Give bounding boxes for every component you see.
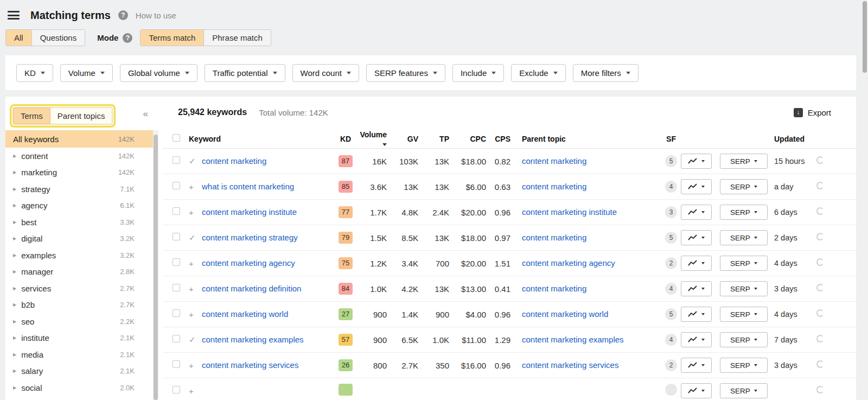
expand-icon[interactable]: ▶	[13, 220, 16, 225]
keyword-link[interactable]: content marketing institute	[202, 207, 297, 217]
col-volume[interactable]: Volume	[356, 130, 387, 148]
parent-topic-link[interactable]: content marketing services	[522, 360, 618, 370]
refresh-icon[interactable]	[816, 386, 824, 393]
add-plus-icon[interactable]: +	[189, 208, 202, 217]
add-plus-icon[interactable]: +	[189, 361, 202, 370]
expand-icon[interactable]: ▶	[13, 154, 16, 158]
parent-topic-link[interactable]: content marketing institute	[522, 207, 617, 217]
row-checkbox[interactable]	[173, 182, 180, 189]
add-plus-icon[interactable]: +	[189, 182, 202, 192]
row-checkbox[interactable]	[173, 335, 180, 342]
sidebar-item-content[interactable]: ▶content142K	[5, 148, 153, 164]
expand-icon[interactable]: ▶	[13, 203, 16, 208]
position-history-button[interactable]	[681, 307, 712, 322]
expand-icon[interactable]: ▶	[13, 335, 16, 340]
sidebar-item-media[interactable]: ▶media2.1K	[5, 346, 153, 363]
sidebar-scrollbar[interactable]	[153, 130, 158, 400]
position-history-button[interactable]	[681, 332, 712, 347]
help-icon[interactable]: ?	[118, 10, 128, 20]
filter-exclude[interactable]: Exclude	[511, 64, 565, 82]
keyword-link[interactable]: content marketing services	[202, 360, 298, 370]
sidebar-item-seo[interactable]: ▶seo2.2K	[5, 313, 153, 330]
refresh-icon[interactable]	[816, 335, 824, 342]
serp-button[interactable]: SERP	[720, 358, 768, 373]
sidebar-item-all-keywords[interactable]: All keywords 142K	[5, 130, 153, 148]
parent-topic-link[interactable]: content marketing examples	[522, 335, 624, 344]
position-history-button[interactable]	[681, 383, 712, 398]
serp-button[interactable]: SERP	[720, 332, 768, 347]
refresh-icon[interactable]	[816, 309, 824, 317]
sidebar-item-digital[interactable]: ▶digital3.2K	[5, 231, 153, 247]
tab-questions[interactable]: Questions	[32, 30, 85, 46]
row-checkbox[interactable]	[173, 386, 180, 393]
tab-terms-match[interactable]: Terms match	[141, 30, 204, 46]
serp-button[interactable]: SERP	[720, 179, 768, 194]
expand-icon[interactable]: ▶	[13, 385, 16, 390]
sidebar-item-institute[interactable]: ▶institute2.1K	[5, 330, 153, 347]
menu-icon[interactable]	[8, 11, 20, 20]
parent-topic-link[interactable]: content marketing	[522, 284, 586, 293]
position-history-button[interactable]	[681, 358, 712, 373]
expand-icon[interactable]: ▶	[13, 369, 16, 373]
sidebar-item-best[interactable]: ▶best3.3K	[5, 214, 153, 231]
filter-serp-features[interactable]: SERP features	[366, 64, 445, 82]
add-plus-icon[interactable]: +	[189, 284, 202, 294]
mode-help-icon[interactable]: ?	[123, 33, 132, 43]
sidebar-item-social[interactable]: ▶social2.0K	[5, 379, 153, 396]
parent-topic-link[interactable]: content marketing	[522, 156, 586, 166]
row-checkbox[interactable]	[173, 207, 180, 215]
serp-button[interactable]: SERP	[720, 154, 768, 169]
expand-icon[interactable]: ▶	[13, 286, 16, 291]
refresh-icon[interactable]	[816, 156, 824, 164]
page-scrollbar[interactable]	[861, 0, 868, 400]
row-checkbox[interactable]	[173, 360, 180, 368]
serp-button[interactable]: SERP	[720, 256, 768, 271]
filter-more-filters[interactable]: More filters	[573, 64, 639, 82]
parent-topic-link[interactable]: content marketing	[522, 233, 586, 242]
position-history-button[interactable]	[681, 205, 712, 220]
how-to-use-link[interactable]: How to use	[136, 11, 176, 20]
added-check-icon[interactable]: ✓	[189, 233, 202, 243]
filter-word-count[interactable]: Word count	[292, 64, 359, 82]
tab-all[interactable]: All	[6, 30, 32, 46]
sidebar-item-agency[interactable]: ▶agency6.1K	[5, 198, 153, 214]
filter-volume[interactable]: Volume	[60, 64, 113, 82]
add-plus-icon[interactable]: +	[189, 310, 202, 319]
add-plus-icon[interactable]: +	[189, 259, 202, 268]
keyword-link[interactable]: content marketing	[202, 156, 266, 166]
export-button[interactable]: ↓ Export	[794, 108, 831, 117]
filter-traffic-potential[interactable]: Traffic potential	[205, 64, 285, 82]
position-history-button[interactable]	[681, 230, 712, 245]
added-check-icon[interactable]: ✓	[189, 335, 202, 345]
filter-kd[interactable]: KD	[16, 64, 53, 82]
keyword-link[interactable]: content marketing world	[202, 309, 288, 319]
row-checkbox[interactable]	[173, 258, 180, 266]
select-all-checkbox[interactable]	[173, 134, 180, 142]
parent-topic-link[interactable]: content marketing	[522, 182, 586, 191]
expand-icon[interactable]: ▶	[13, 269, 16, 274]
keyword-link[interactable]: what is content marketing	[202, 182, 294, 191]
expand-icon[interactable]: ▶	[13, 352, 16, 357]
serp-button[interactable]: SERP	[720, 205, 768, 220]
row-checkbox[interactable]	[173, 284, 180, 291]
sidebar-item-examples[interactable]: ▶examples3.2K	[5, 247, 153, 264]
collapse-sidebar-icon[interactable]: «	[143, 109, 148, 119]
filter-global-volume[interactable]: Global volume	[120, 64, 197, 82]
refresh-icon[interactable]	[816, 284, 824, 291]
position-history-button[interactable]	[681, 281, 712, 296]
row-checkbox[interactable]	[173, 233, 180, 240]
position-history-button[interactable]	[681, 179, 712, 194]
position-history-button[interactable]	[681, 154, 712, 169]
refresh-icon[interactable]	[816, 182, 824, 189]
position-history-button[interactable]	[681, 256, 712, 271]
expand-icon[interactable]: ▶	[13, 236, 16, 241]
add-plus-icon[interactable]: +	[189, 386, 202, 396]
tab-phrase-match[interactable]: Phrase match	[204, 30, 271, 46]
refresh-icon[interactable]	[816, 258, 824, 266]
sidebar-item-salary[interactable]: ▶salary2.1K	[5, 363, 153, 380]
sidebar-item-manager[interactable]: ▶manager2.8K	[5, 264, 153, 281]
refresh-icon[interactable]	[816, 207, 824, 215]
sidebar-item-services[interactable]: ▶services2.7K	[5, 280, 153, 297]
keyword-link[interactable]: content marketing agency	[202, 258, 295, 268]
row-checkbox[interactable]	[173, 309, 180, 317]
